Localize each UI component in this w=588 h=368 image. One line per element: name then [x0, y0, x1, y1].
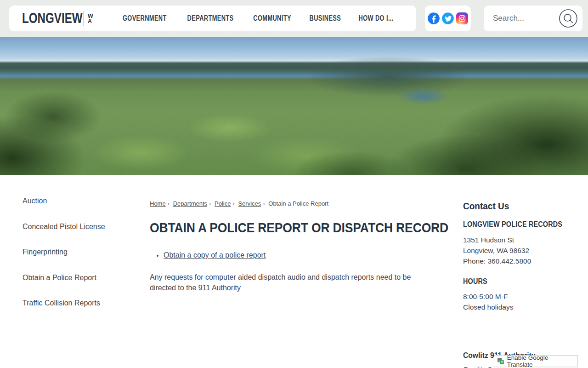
search-icon: [559, 9, 578, 28]
911-authority-link[interactable]: 911 Authority: [198, 284, 241, 292]
breadcrumb-separator: ›: [263, 200, 265, 207]
contact-phone: Phone: 360.442.5800: [463, 256, 531, 266]
logo-city-text: LONGVIEW: [22, 10, 83, 27]
hours-line2: Closed holidays: [463, 302, 513, 312]
page-title: OBTAIN A POLICE REPORT OR DISPATCH RECOR…: [150, 220, 448, 236]
social-links: [425, 6, 471, 31]
search-box: [484, 6, 582, 31]
breadcrumb-services[interactable]: Services: [238, 200, 261, 207]
contact-address-line1: 1351 Hudson St: [463, 235, 531, 245]
nav-bar: LONGVIEW W A GOVERNMENT DEPARTMENTS COMM…: [9, 6, 416, 31]
nav-item-government[interactable]: GOVERNMENT: [117, 14, 172, 23]
google-translate-icon: [497, 357, 504, 365]
nav-item-business[interactable]: BUSINESS: [305, 14, 345, 23]
instagram-link[interactable]: [456, 12, 469, 25]
breadcrumb-current: Obtain a Police Report: [268, 200, 328, 207]
search-button[interactable]: [559, 9, 578, 28]
report-links-list: Obtain a copy of a police report: [164, 251, 266, 259]
logo-state-text: W A: [88, 13, 93, 23]
breadcrumb-home[interactable]: Home: [150, 200, 166, 207]
contact-us-heading: Contact Us: [463, 201, 509, 212]
hours-heading: HOURS: [463, 277, 487, 286]
twitter-link[interactable]: [441, 12, 454, 25]
breadcrumb: Home› Departments› Police› Services› Obt…: [150, 200, 328, 207]
sidebar-divider: [139, 188, 139, 368]
nav-item-community[interactable]: COMMUNITY: [249, 14, 296, 23]
sidebar-item-traffic-collision-reports[interactable]: Traffic Collision Reports: [23, 299, 105, 307]
hero-aerial-photo: [0, 37, 588, 175]
search-input[interactable]: [484, 14, 548, 23]
breadcrumb-separator: ›: [168, 200, 170, 207]
hours-lines: 8:00-5:00 M-F Closed holidays: [463, 291, 513, 312]
nav-item-how-do-i[interactable]: HOW DO I...: [354, 14, 398, 23]
breadcrumb-separator: ›: [209, 200, 211, 207]
obtain-police-report-link[interactable]: Obtain a copy of a police report: [164, 251, 266, 259]
contact-address: 1351 Hudson St Longview, WA 98632 Phone:…: [463, 235, 531, 266]
enable-google-translate-button[interactable]: Enable Google Translate: [494, 355, 578, 367]
sidebar-item-fingerprinting[interactable]: Fingerprinting: [23, 248, 105, 256]
breadcrumb-police[interactable]: Police: [215, 200, 231, 207]
main-nav: GOVERNMENT DEPARTMENTS COMMUNITY BUSINES…: [93, 14, 416, 23]
cowlitz-911-partial-line: Cowlitz 9: [463, 365, 492, 368]
left-sidebar-menu: Auction Concealed Pistol License Fingerp…: [23, 197, 105, 325]
logo-state-a: A: [88, 18, 93, 23]
translate-label: Enable Google Translate: [507, 354, 575, 368]
breadcrumb-departments[interactable]: Departments: [173, 200, 207, 207]
breadcrumb-separator: ›: [232, 200, 234, 207]
logo-divider: [83, 11, 84, 26]
hours-line1: 8:00-5:00 M-F: [463, 291, 513, 302]
instagram-icon: [456, 12, 468, 24]
contact-org-heading: LONGVIEW POLICE RECORDS: [463, 220, 562, 229]
site-logo[interactable]: LONGVIEW W A: [9, 10, 93, 27]
dispatch-paragraph: Any requests for computer aided dispatch…: [150, 272, 435, 293]
twitter-icon: [441, 12, 454, 25]
sidebar-item-auction[interactable]: Auction: [23, 197, 105, 205]
facebook-icon: [427, 12, 440, 25]
sidebar-item-obtain-a-police-report[interactable]: Obtain a Police Report: [23, 274, 105, 282]
facebook-link[interactable]: [427, 12, 440, 25]
contact-address-line2: Longview, WA 98632: [463, 245, 531, 256]
list-item: Obtain a copy of a police report: [164, 251, 266, 259]
page-content: Auction Concealed Pistol License Fingerp…: [0, 175, 588, 368]
dispatch-paragraph-text: Any requests for computer aided dispatch…: [150, 273, 411, 292]
site-header: LONGVIEW W A GOVERNMENT DEPARTMENTS COMM…: [0, 0, 588, 37]
nav-item-departments[interactable]: DEPARTMENTS: [181, 14, 239, 23]
sidebar-item-concealed-pistol-license[interactable]: Concealed Pistol License: [23, 223, 105, 231]
